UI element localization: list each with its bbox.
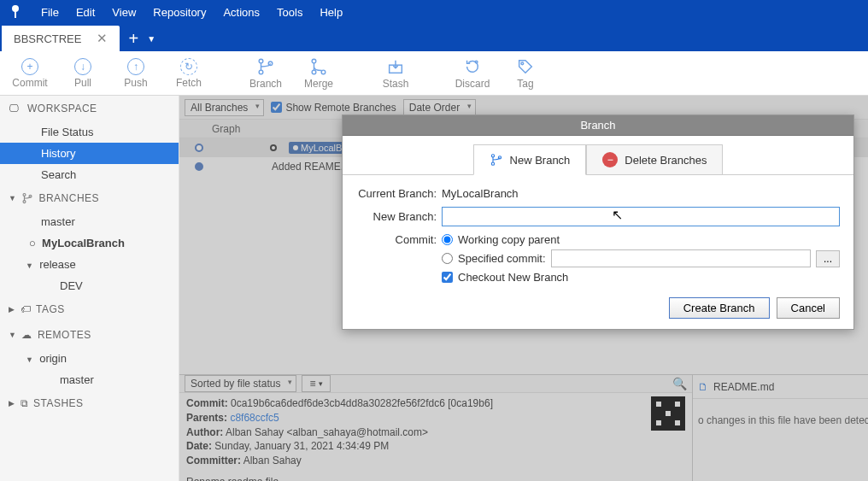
menu-file[interactable]: File — [32, 6, 67, 19]
svg-point-6 — [312, 70, 316, 74]
chevron-down-icon: ▼ — [26, 355, 33, 364]
app-logo-icon — [7, 3, 24, 21]
sidebar-branch-mylocal[interactable]: ○ MyLocalBranch — [0, 232, 179, 254]
menu-actions[interactable]: Actions — [214, 6, 268, 19]
sidebar-item-search[interactable]: Search — [0, 164, 179, 185]
branch-button[interactable]: Branch — [239, 57, 292, 90]
branch-small-icon — [21, 192, 33, 204]
commit-icon: + — [21, 58, 38, 75]
repo-tab-label: BBSRCTREE — [14, 32, 81, 45]
repo-tab[interactable]: BBSRCTREE ✕ — [2, 26, 120, 51]
branch-icon — [256, 57, 275, 76]
svg-point-3 — [259, 70, 263, 74]
sidebar-remote-origin[interactable]: ▼ origin — [0, 348, 179, 369]
dialog-title: Branch — [343, 115, 853, 136]
menu-repository[interactable]: Repository — [144, 6, 214, 19]
stash-button[interactable]: Stash — [369, 57, 422, 90]
svg-point-0 — [12, 5, 19, 12]
sidebar-branch-release[interactable]: ▼ release — [0, 254, 179, 275]
tag-button[interactable]: Tag — [499, 57, 552, 90]
chevron-right-icon: ▶ — [9, 305, 15, 314]
sidebar-item-history[interactable]: History — [0, 143, 179, 164]
workspace-header[interactable]: 🖵 WORKSPACE — [0, 96, 179, 121]
branches-header[interactable]: ▼ BRANCHES — [0, 185, 179, 211]
stash-small-icon: ⧉ — [21, 397, 29, 409]
menu-view[interactable]: View — [103, 6, 144, 19]
branch-dialog: Branch New Branch − Delete Branches Curr… — [342, 114, 854, 330]
close-icon[interactable]: ✕ — [97, 31, 108, 46]
svg-point-7 — [321, 70, 326, 74]
merge-button[interactable]: Merge — [292, 57, 345, 90]
tab-bar: BBSRCTREE ✕ + ▼ — [0, 24, 868, 51]
create-branch-button[interactable]: Create Branch — [669, 297, 770, 319]
stash-icon — [386, 57, 405, 76]
checkout-new-branch-checkbox[interactable]: Checkout New Branch — [442, 271, 840, 284]
sidebar: 🖵 WORKSPACE File Status History Search ▼… — [0, 96, 179, 481]
svg-point-2 — [259, 59, 263, 63]
merge-icon — [309, 57, 328, 76]
svg-point-21 — [491, 162, 494, 165]
plus-icon: + — [128, 29, 138, 49]
push-icon: ↑ — [127, 58, 144, 75]
browse-commit-button[interactable]: ... — [816, 250, 840, 267]
commit-label: Commit: — [356, 233, 442, 246]
svg-point-5 — [312, 59, 316, 63]
menu-edit[interactable]: Edit — [67, 6, 103, 19]
pull-icon: ↓ — [74, 58, 91, 75]
minus-circle-icon: − — [602, 152, 618, 167]
chevron-right-icon: ▶ — [9, 399, 15, 408]
toolbar: +Commit ↓Pull ↑Push ↻Fetch Branch Merge … — [0, 51, 868, 96]
tags-header[interactable]: ▶ 🏷 TAGS — [0, 296, 179, 322]
chevron-down-icon: ▼ — [26, 261, 33, 270]
new-branch-input[interactable] — [442, 207, 840, 226]
menu-help[interactable]: Help — [311, 6, 351, 19]
fetch-icon: ↻ — [180, 58, 197, 75]
push-button[interactable]: ↑Push — [109, 58, 162, 89]
cancel-button[interactable]: Cancel — [777, 297, 840, 319]
add-tab[interactable]: + ▼ — [120, 26, 164, 51]
cloud-icon: ☁ — [21, 329, 32, 341]
fetch-button[interactable]: ↻Fetch — [162, 58, 215, 89]
svg-rect-1 — [15, 11, 16, 18]
tag-icon — [516, 57, 535, 76]
radio-specified-commit[interactable]: Specified commit: ... — [442, 249, 840, 267]
menu-tools[interactable]: Tools — [268, 6, 311, 19]
svg-point-11 — [23, 193, 26, 196]
branch-icon — [490, 153, 503, 167]
svg-point-12 — [23, 201, 26, 203]
current-branch-label: Current Branch: — [356, 187, 442, 200]
sidebar-branch-dev[interactable]: DEV — [0, 275, 179, 296]
svg-point-10 — [521, 62, 524, 64]
new-branch-label: New Branch: — [356, 210, 442, 223]
sidebar-branch-master[interactable]: master — [0, 211, 179, 232]
monitor-icon: 🖵 — [9, 103, 22, 114]
discard-icon — [463, 57, 482, 76]
commit-button[interactable]: +Commit — [3, 58, 56, 89]
current-branch-value: MyLocalBranch — [442, 187, 519, 200]
tab-delete-branches[interactable]: − Delete Branches — [586, 144, 723, 175]
menu-bar: File Edit View Repository Actions Tools … — [0, 0, 868, 24]
sidebar-item-file-status[interactable]: File Status — [0, 121, 179, 143]
remotes-header[interactable]: ▼ ☁ REMOTES — [0, 322, 179, 348]
chevron-down-icon: ▼ — [9, 194, 16, 202]
radio-working-parent[interactable]: Working copy parent — [442, 233, 840, 246]
caret-down-icon: ▼ — [147, 34, 155, 44]
chevron-down-icon: ▼ — [9, 331, 16, 339]
stashes-header[interactable]: ▶ ⧉ STASHES — [0, 390, 179, 416]
tag-small-icon: 🏷 — [21, 303, 32, 315]
sidebar-remote-master[interactable]: master — [0, 369, 179, 390]
specified-commit-input[interactable] — [551, 249, 811, 267]
discard-button[interactable]: Discard — [446, 57, 499, 90]
pull-button[interactable]: ↓Pull — [56, 58, 109, 89]
svg-point-20 — [491, 155, 494, 157]
tab-new-branch[interactable]: New Branch — [473, 144, 587, 175]
